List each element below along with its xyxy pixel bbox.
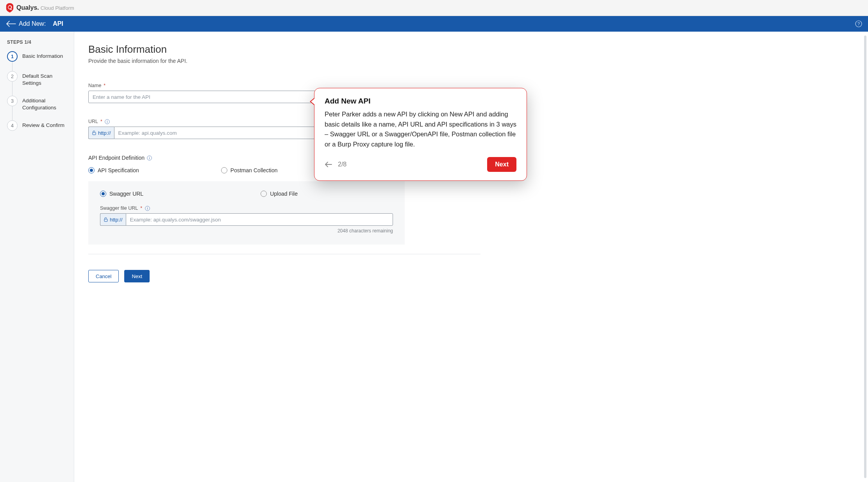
radio-swagger-url[interactable]: Swagger URL — [100, 191, 143, 197]
step-label: Additional Configurations — [22, 96, 68, 111]
step-additional-configurations[interactable]: 3 Additional Configurations — [7, 96, 68, 120]
brand-name: Qualys. — [16, 4, 39, 11]
main-content: Basic Information Provide the basic info… — [74, 32, 868, 482]
unlock-icon — [104, 217, 108, 222]
radio-label: Swagger URL — [109, 191, 143, 197]
brandbar: Qualys. Cloud Platform — [0, 0, 868, 16]
swagger-url-protocol-text: http:// — [110, 217, 123, 223]
info-icon[interactable] — [147, 155, 152, 161]
url-label: URL — [88, 119, 98, 124]
swagger-file-url-input[interactable] — [126, 213, 393, 226]
steps-counter: STEPS 1/4 — [7, 39, 68, 45]
step-review-confirm[interactable]: 4 Review & Confirm — [7, 120, 68, 131]
chars-remaining: 2048 characters remaining — [100, 228, 393, 234]
svg-rect-4 — [107, 120, 107, 121]
swagger-url-protocol-selector[interactable]: http:// — [100, 213, 126, 226]
required-asterisk: * — [100, 119, 102, 124]
radio-label: Upload File — [270, 191, 298, 197]
scrollbar[interactable] — [864, 36, 866, 478]
step-default-scan-settings[interactable]: 2 Default Scan Settings — [7, 71, 68, 96]
step-number: 1 — [7, 51, 18, 62]
svg-rect-5 — [93, 132, 96, 135]
info-icon[interactable] — [145, 205, 150, 211]
url-protocol-selector[interactable]: http:// — [88, 127, 114, 139]
tour-popover: Add New API Peter Parker adds a new API … — [314, 88, 527, 181]
radio-upload-file[interactable]: Upload File — [261, 191, 298, 197]
radio-api-specification[interactable]: API Specification — [88, 167, 139, 173]
qualys-logo-icon — [5, 3, 14, 13]
step-number: 3 — [7, 96, 18, 106]
name-label: Name — [88, 83, 101, 88]
header-title: Add New: API — [19, 20, 63, 27]
back-arrow-icon[interactable] — [5, 18, 16, 29]
tour-step-counter: 2/8 — [338, 161, 346, 168]
tour-title: Add New API — [325, 97, 516, 105]
step-basic-information[interactable]: 1 Basic Information — [7, 51, 68, 71]
url-protocol-text: http:// — [98, 130, 111, 136]
info-icon[interactable] — [105, 119, 110, 124]
required-asterisk: * — [140, 205, 142, 211]
svg-rect-10 — [147, 208, 148, 209]
wizard-footer: Cancel Next — [88, 254, 480, 282]
brand-subtitle: Cloud Platform — [41, 5, 74, 11]
tour-prev-icon[interactable] — [325, 161, 332, 168]
svg-rect-11 — [147, 207, 148, 207]
svg-rect-3 — [107, 121, 107, 123]
spec-source-radio-group: Swagger URL Upload File — [100, 191, 393, 197]
help-icon[interactable]: ? — [855, 20, 863, 28]
body: STEPS 1/4 1 Basic Information 2 Default … — [0, 32, 868, 482]
tour-next-button[interactable]: Next — [487, 157, 516, 172]
step-label: Default Scan Settings — [22, 71, 68, 86]
svg-rect-7 — [149, 157, 150, 159]
svg-rect-8 — [149, 157, 150, 157]
svg-text:?: ? — [857, 21, 860, 26]
radio-postman-collection[interactable]: Postman Collection — [221, 167, 278, 173]
step-list: 1 Basic Information 2 Default Scan Setti… — [7, 51, 68, 131]
page-title: Basic Information — [88, 43, 480, 55]
step-number: 2 — [7, 71, 18, 82]
api-spec-panel: Swagger URL Upload File Swagger file URL… — [88, 181, 405, 245]
header-prefix: Add New: — [19, 20, 46, 27]
svg-rect-12 — [104, 219, 107, 221]
radio-label: Postman Collection — [230, 167, 278, 173]
header-entity: API — [53, 20, 63, 27]
required-asterisk: * — [104, 83, 105, 88]
page-header: Add New: API ? — [0, 16, 868, 32]
swagger-file-url-label: Swagger file URL — [100, 205, 138, 211]
cancel-button[interactable]: Cancel — [88, 270, 119, 282]
unlock-icon — [92, 130, 96, 135]
radio-label: API Specification — [98, 167, 139, 173]
next-button[interactable]: Next — [124, 270, 150, 282]
step-label: Review & Confirm — [22, 120, 64, 129]
endpoint-definition-label: API Endpoint Definition — [88, 155, 145, 161]
tour-body: Peter Parker adds a new API by clicking … — [325, 109, 516, 149]
step-label: Basic Information — [22, 51, 63, 60]
steps-sidebar: STEPS 1/4 1 Basic Information 2 Default … — [0, 32, 74, 482]
step-number: 4 — [7, 120, 18, 131]
page-subtitle: Provide the basic information for the AP… — [88, 58, 480, 64]
